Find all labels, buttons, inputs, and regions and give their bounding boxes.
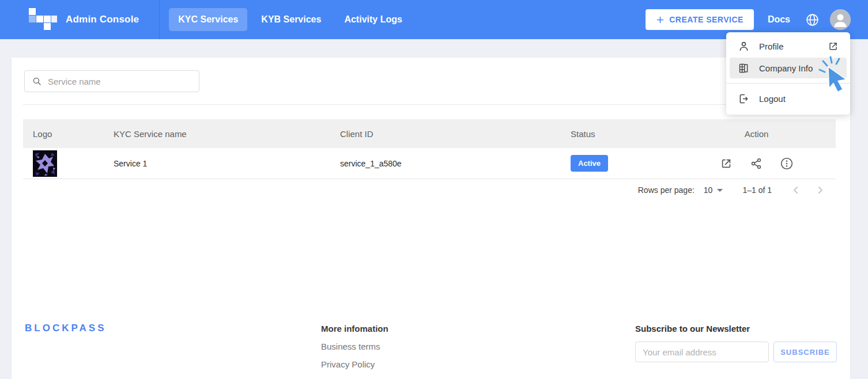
pagination-bar: Rows per page: 10 1–1 of 1 [638, 183, 827, 197]
company-icon [738, 62, 750, 74]
open-service-button[interactable] [719, 156, 734, 171]
footer-newsletter: Subscribe to our Newsletter SUBSCRIBE [635, 324, 837, 362]
share-icon [750, 157, 763, 170]
footer-link-business-terms[interactable]: Business terms [321, 342, 388, 351]
service-name[interactable]: Service 1 [104, 159, 331, 168]
plus-icon [656, 16, 665, 24]
service-status-cell: Active [562, 155, 677, 172]
service-actions-cell [677, 156, 836, 172]
rows-per-page-select[interactable]: 10 [704, 185, 723, 195]
header-client-id: Client ID [331, 129, 562, 139]
navbar-divider [159, 0, 160, 39]
service-client-id: service_1_a580e [331, 159, 562, 168]
navbar-tabs: KYC Services KYB Services Activity Logs [167, 0, 414, 39]
service-search-box [24, 70, 199, 92]
pagination-range: 1–1 of 1 [742, 185, 772, 195]
menu-item-profile[interactable]: Profile [730, 36, 847, 56]
newsletter-email-input[interactable] [635, 342, 769, 362]
footer-more-info-title: More infomation [321, 324, 388, 333]
table-header-row: Logo KYC Service name Client ID Status A… [23, 119, 836, 148]
logout-icon [738, 93, 750, 105]
newsletter-title: Subscribe to our Newsletter [635, 324, 837, 333]
person-icon [738, 40, 750, 52]
chevron-left-icon [790, 184, 802, 196]
open-icon [720, 157, 733, 170]
footer-brand-logo: BLOCKPASS [25, 323, 106, 334]
next-page-button[interactable] [813, 183, 827, 197]
blockpass-pixel-logo-icon [29, 8, 59, 31]
language-globe-icon[interactable] [805, 13, 820, 27]
table-row: Service 1 service_1_a580e Active [23, 148, 836, 179]
previous-page-button[interactable] [789, 183, 803, 197]
footer-more-info: More infomation Business terms Privacy P… [321, 324, 388, 369]
search-icon [32, 75, 42, 87]
user-avatar[interactable] [830, 9, 851, 30]
tab-kyb-services[interactable]: KYB Services [252, 8, 330, 31]
subscribe-button[interactable]: SUBSCRIBE [773, 342, 837, 362]
rows-per-page-value: 10 [704, 185, 713, 195]
menu-item-label: Company Info [759, 63, 813, 73]
create-service-label: CREATE SERVICE [669, 15, 744, 24]
header-action: Action [677, 129, 836, 139]
chevron-right-icon [814, 184, 826, 196]
app-title: Admin Console [66, 14, 139, 25]
more-icon [780, 157, 794, 170]
section-divider [23, 104, 836, 105]
header-logo: Logo [23, 129, 104, 139]
services-table: Logo KYC Service name Client ID Status A… [23, 119, 836, 179]
create-service-button[interactable]: CREATE SERVICE [646, 9, 754, 30]
menu-item-company-info[interactable]: Company Info [730, 58, 847, 78]
navbar-left: Admin Console KYC Services KYB Services … [0, 0, 414, 39]
external-link-icon [828, 41, 839, 52]
navbar-right: CREATE SERVICE Docs [646, 9, 851, 30]
search-input[interactable] [48, 77, 192, 86]
menu-item-logout[interactable]: Logout [730, 88, 847, 109]
docs-link[interactable]: Docs [768, 14, 790, 25]
more-options-button[interactable] [779, 156, 795, 172]
screen: Admin Console KYC Services KYB Services … [0, 0, 868, 379]
caret-down-icon [717, 189, 723, 192]
service-logo-image [33, 150, 57, 177]
tab-kyc-services[interactable]: KYC Services [169, 8, 247, 31]
status-badge: Active [571, 155, 608, 172]
tab-activity-logs[interactable]: Activity Logs [335, 8, 411, 31]
share-service-button[interactable] [749, 156, 764, 171]
user-dropdown-menu: Profile Company Info Logout [726, 32, 850, 115]
menu-item-label: Profile [759, 41, 784, 51]
rows-per-page-label: Rows per page: [638, 185, 695, 195]
menu-divider [726, 83, 850, 84]
service-logo-cell [23, 150, 104, 177]
newsletter-form: SUBSCRIBE [635, 342, 837, 362]
header-status: Status [562, 129, 677, 139]
footer-link-privacy-policy[interactable]: Privacy Policy [321, 359, 388, 369]
header-name: KYC Service name [104, 129, 331, 139]
content-card: Logo KYC Service name Client ID Status A… [12, 58, 850, 379]
menu-item-label: Logout [759, 94, 786, 104]
